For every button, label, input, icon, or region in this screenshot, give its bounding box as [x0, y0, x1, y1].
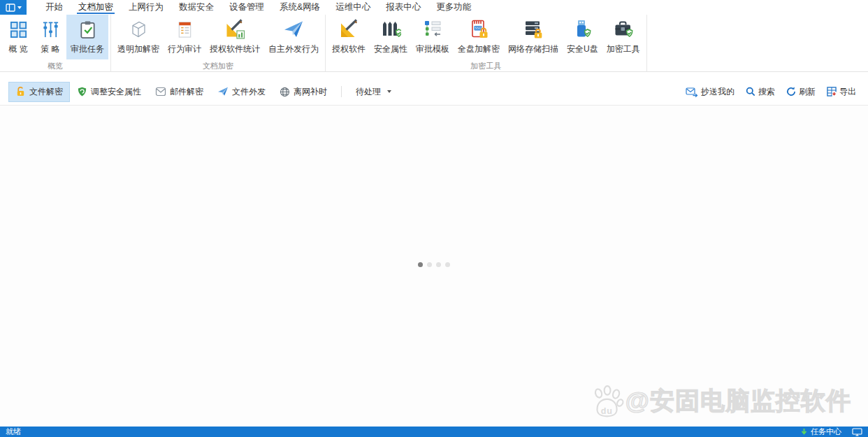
- carousel-dot[interactable]: [427, 262, 432, 267]
- caret-down-icon: [387, 90, 391, 93]
- export-button[interactable]: 导出: [823, 82, 860, 102]
- ribbon-item-label: 安全属性: [374, 43, 407, 55]
- tab-system-network[interactable]: 系统&网络: [272, 0, 328, 15]
- ribbon-group-label: 加密工具: [328, 59, 644, 73]
- export-icon: [827, 87, 837, 96]
- carousel-dot[interactable]: [436, 262, 441, 267]
- action-bar-right: 抄送我的 搜索 刷新 导出: [682, 82, 860, 102]
- ribbon-item-behavior-audit[interactable]: 行为审计: [164, 15, 205, 59]
- action-label: 文件解密: [29, 86, 63, 98]
- ribbon-item-encryption-tools[interactable]: 加密工具: [602, 15, 644, 59]
- ribbon-item-policy[interactable]: 策 略: [34, 15, 66, 59]
- server-lock-icon: [523, 17, 544, 42]
- download-arrow-icon: [800, 428, 808, 436]
- carousel-dots: [418, 262, 450, 267]
- ribbon-item-label: 审批模板: [416, 43, 449, 55]
- ribbon-group-encryption-tools: 授权软件 安全属性 审批模板 SSD 全盘加解密: [326, 15, 647, 71]
- watermark-text: @安固电脑监控软件: [625, 385, 851, 417]
- watermark: du @安固电脑监控软件: [589, 385, 851, 417]
- menu-tabs: 开始 文档加密 上网行为 数据安全 设备管理 系统&网络 运维中心 报表中心 更…: [38, 0, 479, 15]
- action-bar-section: 文件解密 调整安全属性 邮件解密 文件外发 离网补时 待处理 抄送我的: [0, 72, 868, 106]
- ribbon-item-label: 授权软件统计: [210, 43, 260, 55]
- email-decrypt-button[interactable]: 邮件解密: [148, 82, 210, 102]
- sliders-icon: [41, 17, 60, 42]
- ribbon-item-network-storage-scan[interactable]: 网络存储扫描: [504, 15, 563, 59]
- tab-report-center[interactable]: 报表中心: [378, 0, 428, 15]
- ribbon-item-self-outgoing-behavior[interactable]: 自主外发行为: [264, 15, 323, 59]
- ribbon-group-overview: 概 览 策 略 审批任务 概览: [0, 15, 111, 71]
- tab-more-functions[interactable]: 更多功能: [428, 0, 479, 15]
- ribbon-item-label: 策 略: [41, 43, 59, 55]
- ribbon-item-full-disk-encryption[interactable]: SSD 全盘加解密: [454, 15, 504, 59]
- ribbon-item-security-attributes[interactable]: 安全属性: [370, 15, 412, 59]
- search-icon: [746, 87, 755, 96]
- carousel-dot[interactable]: [418, 262, 423, 267]
- ruler-chart-icon: [224, 17, 245, 42]
- lock-open-icon: [15, 86, 26, 97]
- mail-forward-icon: [686, 87, 698, 97]
- tab-home[interactable]: 开始: [38, 0, 71, 15]
- usb-shield-icon: [572, 17, 593, 42]
- audit-list-icon: [175, 17, 194, 42]
- ribbon-item-authorized-software-stats[interactable]: 授权软件统计: [205, 15, 264, 59]
- fence-shield-icon: [380, 17, 401, 42]
- tab-data-security[interactable]: 数据安全: [171, 0, 222, 15]
- tab-ops-center[interactable]: 运维中心: [328, 0, 378, 15]
- globe-icon: [280, 87, 290, 97]
- task-center-link[interactable]: 任务中心: [800, 427, 841, 437]
- file-decrypt-button[interactable]: 文件解密: [8, 82, 70, 102]
- toolbox-shield-icon: [613, 17, 634, 42]
- action-label: 导出: [839, 86, 856, 98]
- offline-time-compensation-button[interactable]: 离网补时: [273, 82, 334, 102]
- paper-plane-icon: [283, 17, 304, 42]
- action-label: 搜索: [758, 86, 775, 98]
- ribbon-item-approval-templates[interactable]: 审批模板: [412, 15, 454, 59]
- app-menu-button[interactable]: [0, 0, 27, 15]
- carousel-dot[interactable]: [445, 262, 450, 267]
- ribbon-item-transparent-encryption[interactable]: 透明加解密: [113, 15, 164, 59]
- grid-icon: [9, 17, 28, 42]
- search-button[interactable]: 搜索: [742, 82, 779, 102]
- ribbon-group-label: 文档加密: [113, 59, 323, 73]
- ribbon-item-authorized-software[interactable]: 授权软件: [328, 15, 370, 59]
- pending-dropdown[interactable]: 待处理: [349, 82, 398, 102]
- ribbon-group-label: 概览: [2, 59, 108, 73]
- cc-to-me-button[interactable]: 抄送我的: [682, 82, 738, 102]
- tab-document-encryption[interactable]: 文档加密: [71, 0, 121, 15]
- adjust-security-attributes-button[interactable]: 调整安全属性: [70, 82, 148, 102]
- ribbon-item-label: 自主外发行为: [268, 43, 319, 55]
- svg-text:SSD: SSD: [475, 27, 482, 30]
- monitor-icon[interactable]: [852, 428, 862, 436]
- status-bar-right: 任务中心: [800, 427, 862, 437]
- ribbon-item-overview[interactable]: 概 览: [2, 15, 34, 59]
- action-label: 待处理: [356, 86, 381, 98]
- action-label: 刷新: [799, 86, 816, 98]
- ribbon-item-secure-usb[interactable]: 安全U盘: [563, 15, 602, 59]
- envelope-icon: [155, 87, 166, 96]
- ribbon-item-label: 加密工具: [607, 43, 640, 55]
- ribbon-item-approval-tasks[interactable]: 审批任务: [66, 15, 108, 59]
- action-label: 调整安全属性: [91, 86, 141, 98]
- action-label: 文件外发: [232, 86, 266, 98]
- file-outgoing-button[interactable]: 文件外发: [210, 82, 273, 102]
- flow-template-icon: [422, 17, 443, 42]
- cube-icon: [128, 17, 149, 42]
- ribbon-item-label: 透明加解密: [117, 43, 159, 55]
- status-bar: 就绪 任务中心: [0, 427, 868, 437]
- tab-internet-behavior[interactable]: 上网行为: [121, 0, 171, 15]
- refresh-button[interactable]: 刷新: [783, 82, 819, 102]
- ribbon-item-label: 行为审计: [168, 43, 201, 55]
- menu-bar: 开始 文档加密 上网行为 数据安全 设备管理 系统&网络 运维中心 报表中心 更…: [0, 0, 868, 15]
- action-bar: 文件解密 调整安全属性 邮件解密 文件外发 离网补时 待处理 抄送我的: [8, 81, 860, 102]
- ssd-lock-icon: SSD: [468, 17, 489, 42]
- separator: [341, 86, 342, 97]
- chevron-down-icon: [17, 6, 22, 9]
- tab-device-management[interactable]: 设备管理: [222, 0, 272, 15]
- action-label: 邮件解密: [170, 86, 203, 98]
- window-layout-icon: [6, 3, 15, 12]
- svg-text:du: du: [601, 406, 613, 415]
- ribbon: 概 览 策 略 审批任务 概览 透明加解密: [0, 15, 868, 72]
- action-label: 抄送我的: [701, 86, 735, 98]
- content-area: du @安固电脑监控软件: [0, 106, 868, 427]
- ribbon-item-label: 全盘加解密: [458, 43, 500, 55]
